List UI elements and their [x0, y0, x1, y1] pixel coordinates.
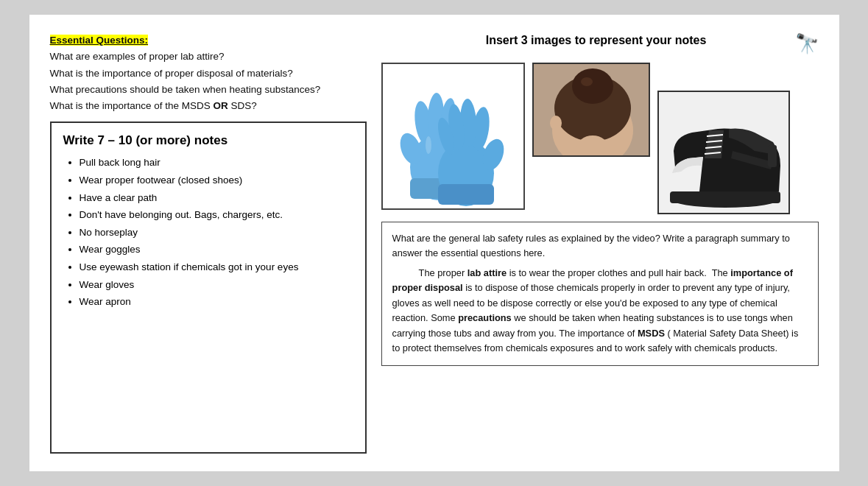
list-item: Have a clear path	[80, 189, 353, 207]
hair-svg	[534, 64, 650, 157]
svg-rect-15	[438, 184, 494, 205]
binoculars-icon: 🔭	[795, 32, 819, 55]
bold-attire: lab attire	[467, 267, 507, 278]
svg-rect-25	[670, 191, 780, 203]
list-item: Wear goggles	[80, 241, 353, 258]
notes-list: Pull back long hair Wear proper footwear…	[63, 154, 353, 311]
svg-point-22	[550, 116, 562, 130]
notes-title: Write 7 – 10 (or more) notes	[63, 133, 353, 148]
slide-container: Essential Questions: What are examples o…	[29, 15, 839, 471]
notes-box: Write 7 – 10 (or more) notes Pull back l…	[50, 122, 367, 454]
summary-text: The proper lab attire is to wear the pro…	[392, 266, 808, 356]
svg-rect-30	[768, 145, 777, 167]
essential-questions: Essential Questions: What are examples o…	[50, 32, 367, 114]
list-item: Pull back long hair	[80, 154, 353, 172]
gloves-svg	[383, 64, 525, 210]
eq-line-1: What are examples of proper lab attire?	[50, 51, 225, 62]
svg-point-8	[426, 136, 431, 154]
summary-box: What are the general lab safety rules as…	[381, 222, 819, 366]
summary-question: What are the general lab safety rules as…	[392, 231, 808, 261]
images-row	[381, 63, 819, 214]
shoe-svg	[659, 92, 790, 214]
bold-msds: MSDS	[638, 328, 665, 339]
images-title: Insert 3 images to represent your notes	[403, 32, 789, 47]
eq-line-2: What is the importance of proper disposa…	[50, 68, 293, 79]
list-item: Wear proper footwear (closed shoes)	[80, 172, 353, 189]
left-panel: Essential Questions: What are examples o…	[50, 32, 367, 454]
eq-title: Essential Questions:	[50, 35, 149, 46]
top-section: Essential Questions: What are examples o…	[50, 32, 819, 454]
list-item: Wear apron	[80, 293, 353, 311]
hair-image	[532, 63, 650, 157]
list-item: No horseplay	[80, 224, 353, 242]
list-item: Wear gloves	[80, 276, 353, 294]
eq-line-4: What is the importance of the MSDS OR SD…	[50, 100, 257, 111]
images-header-row: Insert 3 images to represent your notes …	[381, 32, 819, 55]
right-panel: Insert 3 images to represent your notes …	[381, 32, 819, 454]
bold-disposal: importance of proper disposal	[392, 267, 793, 293]
svg-point-20	[581, 77, 593, 86]
list-item: Use eyewash station if chemicals got in …	[80, 258, 353, 276]
bold-precautions: precautions	[458, 312, 512, 323]
svg-point-19	[572, 68, 613, 104]
eq-line-3: What precautions should be taken when he…	[50, 84, 321, 95]
list-item: Don't have belonging out. Bags, chargers…	[80, 206, 353, 224]
shoe-image	[657, 91, 790, 214]
gloves-image	[381, 63, 525, 210]
